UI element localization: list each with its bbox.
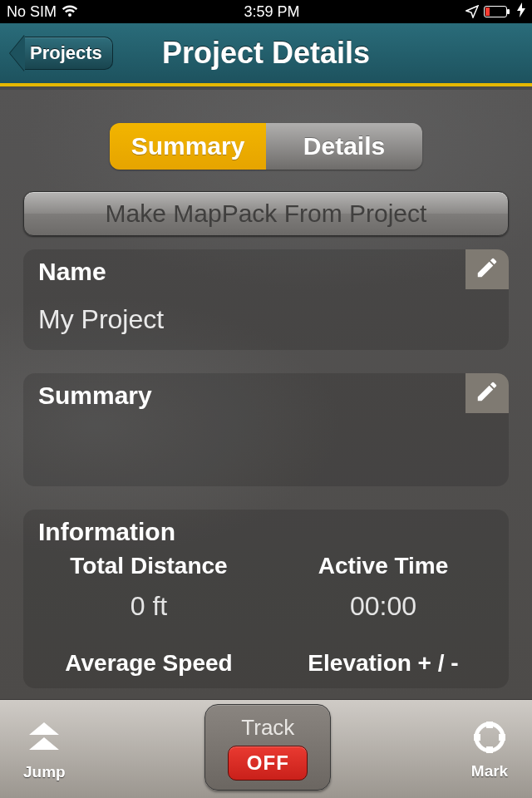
- track-label: Track: [241, 715, 294, 741]
- svg-rect-2: [485, 7, 490, 16]
- edit-summary-button[interactable]: [466, 373, 509, 413]
- back-button[interactable]: Projects: [10, 35, 113, 71]
- wifi-icon: [62, 5, 78, 18]
- total-distance-value: 0 ft: [32, 591, 266, 643]
- nav-bar: Projects Project Details: [0, 23, 532, 86]
- information-card: Information Total Distance Active Time 0…: [23, 510, 509, 688]
- tab-summary[interactable]: Summary: [110, 123, 266, 170]
- svg-rect-7: [486, 746, 493, 753]
- information-title: Information: [32, 518, 500, 546]
- svg-rect-5: [499, 734, 505, 741]
- mark-label: Mark: [471, 762, 508, 781]
- total-distance-label: Total Distance: [32, 546, 266, 591]
- make-mappack-button[interactable]: Make MapPack From Project: [23, 191, 509, 236]
- content-area: Summary Details Make MapPack From Projec…: [0, 90, 532, 700]
- segmented-control: Summary Details: [110, 123, 422, 170]
- pencil-icon: [475, 255, 500, 283]
- name-card-title: Name: [38, 258, 494, 286]
- back-label: Projects: [30, 42, 102, 63]
- clock: 3:59 PM: [244, 3, 299, 21]
- pencil-icon: [475, 379, 500, 407]
- mark-button[interactable]: Mark: [470, 718, 509, 781]
- charging-icon: [517, 2, 525, 22]
- carrier-label: No SIM: [7, 3, 57, 21]
- track-toggle[interactable]: Track OFF: [204, 704, 331, 791]
- name-card: Name My Project: [23, 249, 509, 350]
- target-icon: [470, 718, 509, 761]
- jump-label: Jump: [23, 763, 66, 781]
- summary-card-title: Summary: [38, 382, 494, 410]
- chevron-left-icon: [10, 35, 25, 71]
- edit-name-button[interactable]: [466, 249, 509, 289]
- location-icon: [466, 5, 479, 18]
- svg-rect-1: [507, 9, 510, 14]
- page-title: Project Details: [162, 36, 370, 71]
- average-speed-label: Average Speed: [32, 643, 266, 688]
- svg-rect-6: [486, 722, 493, 728]
- svg-rect-4: [474, 734, 480, 741]
- summary-card: Summary: [23, 373, 509, 486]
- elevation-label: Elevation + / -: [266, 643, 500, 688]
- active-time-label: Active Time: [266, 546, 500, 591]
- jump-button[interactable]: Jump: [23, 717, 66, 781]
- chevron-up-double-icon: [23, 717, 65, 761]
- active-time-value: 00:00: [266, 591, 500, 643]
- name-card-value: My Project: [38, 304, 494, 335]
- track-state-badge: OFF: [228, 746, 308, 781]
- bottom-toolbar: Jump Track OFF Mark: [0, 700, 532, 798]
- battery-icon: [484, 5, 512, 18]
- tab-details[interactable]: Details: [266, 123, 422, 170]
- status-bar: No SIM 3:59 PM: [0, 0, 532, 23]
